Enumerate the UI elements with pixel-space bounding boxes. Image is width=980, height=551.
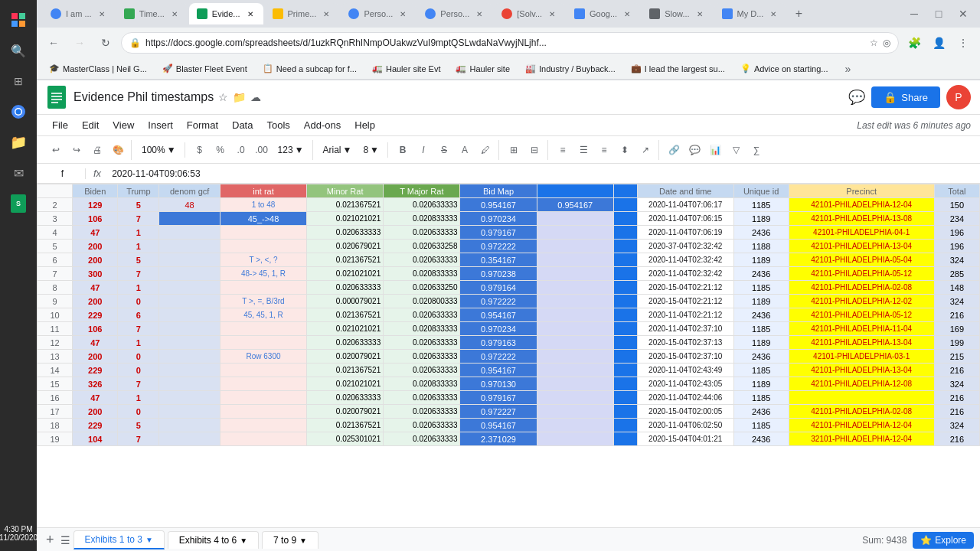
- col-F-cell[interactable]: 7: [118, 267, 159, 281]
- row-number[interactable]: 10: [38, 308, 73, 322]
- col-O-cell[interactable]: 2020-15-04T02:37:10: [637, 350, 733, 364]
- col-L-cell[interactable]: [537, 391, 613, 405]
- col-I-cell[interactable]: 106: [73, 212, 118, 226]
- col-J2-cell[interactable]: 0.020800333: [384, 295, 460, 308]
- col-F-cell[interactable]: 1: [118, 391, 159, 405]
- col-F-cell[interactable]: 0: [118, 405, 159, 419]
- col-L-cell[interactable]: [537, 308, 613, 322]
- col-O-cell[interactable]: 2020-11-04T07:06:19: [637, 226, 733, 240]
- decimal-increase-button[interactable]: .00: [252, 140, 272, 160]
- menu-edit[interactable]: Edit: [76, 116, 105, 134]
- col-M-cell[interactable]: [613, 336, 637, 350]
- col-K-cell[interactable]: 0.972222: [460, 295, 537, 308]
- col-O-cell[interactable]: 2020-15-04T02:00:05: [637, 405, 733, 419]
- col-H-cell[interactable]: [220, 419, 306, 432]
- col-G-cell[interactable]: [159, 253, 220, 267]
- back-button[interactable]: ←: [43, 32, 64, 54]
- col-K-cell[interactable]: 0.979164: [460, 281, 537, 295]
- move-icon[interactable]: 📁: [233, 91, 246, 103]
- col-H-cell[interactable]: 45_->48: [220, 212, 306, 226]
- col-header-L[interactable]: [537, 184, 613, 198]
- col-T-cell[interactable]: 150: [934, 198, 979, 212]
- redo-button[interactable]: ↪: [67, 140, 87, 160]
- col-header-P[interactable]: Unique id: [733, 184, 789, 198]
- col-G-cell[interactable]: [159, 377, 220, 391]
- col-M-cell[interactable]: [613, 432, 637, 446]
- col-M-cell[interactable]: [613, 253, 637, 267]
- col-P-cell[interactable]: 2436: [733, 267, 789, 281]
- col-J-cell[interactable]: 0.021367521: [307, 253, 384, 267]
- tab-8[interactable]: Goog... ✕: [567, 3, 640, 24]
- tab-10[interactable]: My D... ✕: [714, 3, 787, 24]
- link-button[interactable]: 🔗: [664, 140, 684, 160]
- tab-close-7[interactable]: ✕: [547, 8, 557, 19]
- col-H-cell[interactable]: T >, <, ?: [220, 253, 306, 267]
- col-J-cell[interactable]: 0.020079021: [307, 350, 384, 364]
- col-header-T[interactable]: Total: [934, 184, 979, 198]
- forward-button[interactable]: →: [69, 32, 90, 54]
- col-I-cell[interactable]: 106: [73, 322, 118, 336]
- col-J-cell[interactable]: 0.021021021: [307, 377, 384, 391]
- col-L-cell[interactable]: [537, 212, 613, 226]
- col-M-cell[interactable]: [613, 198, 637, 212]
- add-sheet-button[interactable]: +: [43, 532, 57, 548]
- col-H-cell[interactable]: [220, 432, 306, 446]
- corner-cell[interactable]: [38, 184, 73, 198]
- col-K-cell[interactable]: 0.979163: [460, 336, 537, 350]
- col-T-cell[interactable]: 169: [934, 322, 979, 336]
- col-T-cell[interactable]: 234: [934, 212, 979, 226]
- col-M-cell[interactable]: [613, 350, 637, 364]
- col-S-cell[interactable]: 42101-PHILADELPHIA-02-08: [789, 281, 934, 295]
- undo-button[interactable]: ↩: [46, 140, 66, 160]
- col-S-cell[interactable]: 42101-PHILADELPHIA-03-1: [789, 350, 934, 364]
- col-F-cell[interactable]: 1: [118, 281, 159, 295]
- col-M-cell[interactable]: [613, 240, 637, 253]
- strikethrough-button[interactable]: S: [434, 140, 454, 160]
- col-J-cell[interactable]: 0.020633333: [307, 391, 384, 405]
- sheet-menu-button[interactable]: ☰: [60, 534, 70, 546]
- paint-format-button[interactable]: 🎨: [108, 140, 128, 160]
- col-J2-cell[interactable]: 0.020633333: [384, 336, 460, 350]
- chart-button[interactable]: 📊: [705, 140, 725, 160]
- align-right-button[interactable]: ≡: [594, 140, 614, 160]
- menu-help[interactable]: Help: [348, 116, 381, 134]
- col-H-cell[interactable]: [220, 336, 306, 350]
- col-K-cell[interactable]: 0.954167: [460, 198, 537, 212]
- bold-button[interactable]: B: [393, 140, 413, 160]
- col-S-cell[interactable]: 42101-PHILADELPHIA-13-08: [789, 212, 934, 226]
- row-number[interactable]: 13: [38, 350, 73, 364]
- col-J-cell[interactable]: 0.020633333: [307, 336, 384, 350]
- sheet-tab-3[interactable]: 7 to 9 ▼: [262, 531, 318, 549]
- text-rotation-button[interactable]: ↗: [635, 140, 655, 160]
- borders-button[interactable]: ⊞: [504, 140, 524, 160]
- col-K-cell[interactable]: 0.354167: [460, 253, 537, 267]
- col-K-cell[interactable]: 0.970130: [460, 377, 537, 391]
- col-M-cell[interactable]: [613, 377, 637, 391]
- col-O-cell[interactable]: 2020-11-04T07:06:17: [637, 198, 733, 212]
- col-H-cell[interactable]: [220, 240, 306, 253]
- col-header-H[interactable]: int rat: [220, 184, 306, 198]
- col-T-cell[interactable]: 196: [934, 240, 979, 253]
- taskview-icon[interactable]: ⊞: [5, 67, 32, 95]
- font-size-dropdown[interactable]: 8▼: [358, 142, 384, 158]
- mail-icon[interactable]: ✉: [5, 159, 32, 187]
- row-number[interactable]: 19: [38, 432, 73, 446]
- col-H-cell[interactable]: T >, =, B/3rd: [220, 295, 306, 308]
- col-S-cell[interactable]: 42101-PHILADELPHIA-04-1: [789, 226, 934, 240]
- zoom-dropdown[interactable]: 100% ▼: [136, 142, 181, 158]
- col-K-cell[interactable]: 0.970238: [460, 267, 537, 281]
- col-header-O[interactable]: Date and time: [637, 184, 733, 198]
- col-F-cell[interactable]: 5: [118, 198, 159, 212]
- col-header-F[interactable]: Trump: [118, 184, 159, 198]
- tab-close-1[interactable]: ✕: [96, 8, 107, 19]
- col-I-cell[interactable]: 326: [73, 377, 118, 391]
- col-I-cell[interactable]: 104: [73, 432, 118, 446]
- number-format-dropdown[interactable]: 123▼: [273, 142, 309, 158]
- col-F-cell[interactable]: 7: [118, 432, 159, 446]
- col-L-cell[interactable]: [537, 281, 613, 295]
- formula-input[interactable]: 2020-11-04T09:06:53: [109, 168, 977, 179]
- col-header-J[interactable]: Minor Rat: [307, 184, 384, 198]
- col-L-cell[interactable]: [537, 432, 613, 446]
- function-button[interactable]: ∑: [746, 140, 766, 160]
- col-L-cell[interactable]: [537, 267, 613, 281]
